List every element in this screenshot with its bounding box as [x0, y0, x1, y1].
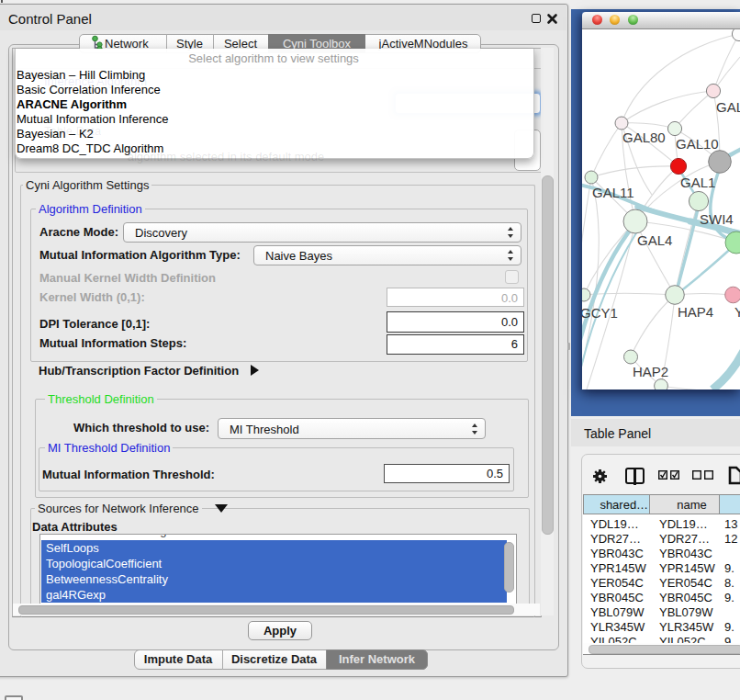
svg-text:SWI4: SWI4 [700, 211, 734, 227]
svg-text:GAL1: GAL1 [680, 175, 715, 190]
svg-text:HAP4: HAP4 [678, 304, 713, 320]
svg-text:GAL10: GAL10 [676, 136, 719, 152]
svg-text:GAL11: GAL11 [592, 185, 634, 200]
svg-text:GCY1: GCY1 [582, 305, 618, 321]
svg-text:GAL80: GAL80 [622, 130, 666, 145]
svg-text:GAL: GAL [716, 99, 740, 115]
svg-text:HAP2: HAP2 [633, 364, 668, 379]
svg-text:GAL4: GAL4 [637, 232, 672, 248]
svg-text:Y: Y [734, 304, 740, 320]
